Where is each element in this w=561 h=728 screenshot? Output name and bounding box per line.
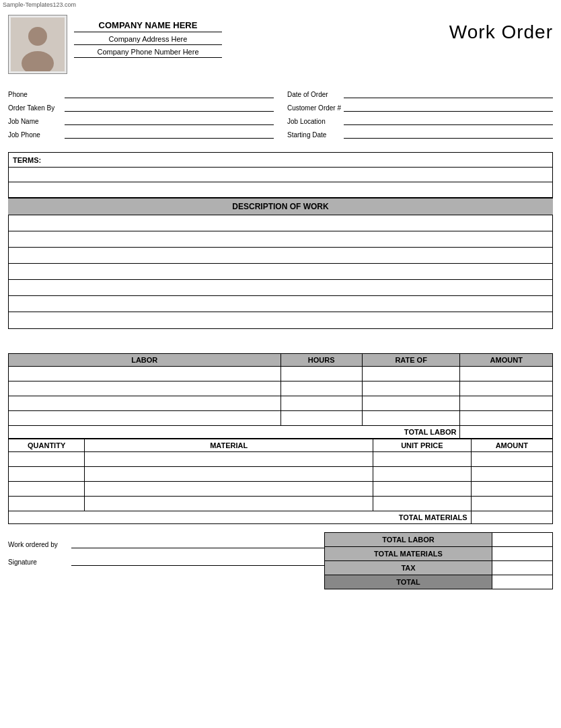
order-taken-input[interactable] <box>65 102 274 112</box>
desc-row-7[interactable] <box>9 312 552 328</box>
materials-table: QUANTITY MATERIAL UNIT PRICE AMOUNT TOTA… <box>8 439 553 524</box>
sum-total-value[interactable] <box>492 575 553 589</box>
summary-row-total: TOTAL <box>325 575 553 589</box>
labor-header-row: LABOR HOURS RATE OF AMOUNT <box>9 354 553 367</box>
sum-tax-value[interactable] <box>492 561 553 575</box>
job-location-input[interactable] <box>344 116 553 125</box>
mat-col-qty: QUANTITY <box>9 439 85 452</box>
customer-order-label: Customer Order # <box>287 104 341 112</box>
labor-col-rate: RATE OF <box>362 354 460 367</box>
labor-col-labor: LABOR <box>9 354 281 367</box>
form-section: Phone Order Taken By Job Name Job Phone … <box>0 77 561 148</box>
date-label: Date of Order <box>287 91 341 98</box>
header-section: COMPANY NAME HERE Company Address Here C… <box>0 9 561 77</box>
form-row-job-location: Job Location <box>287 116 553 125</box>
phone-label: Phone <box>8 91 62 98</box>
job-phone-input[interactable] <box>65 129 274 139</box>
terms-row-2[interactable] <box>9 182 552 197</box>
company-info: COMPANY NAME HERE Company Address Here C… <box>74 15 222 61</box>
signature-input[interactable] <box>71 556 324 566</box>
tables-section: LABOR HOURS RATE OF AMOUNT TOTAL LABOR <box>8 353 553 524</box>
page-title: Work Order <box>449 15 553 43</box>
desc-row-3[interactable] <box>9 248 552 264</box>
form-row-customer-order: Customer Order # <box>287 102 553 112</box>
summary-table: TOTAL LABOR TOTAL MATERIALS TAX TOTAL <box>324 532 553 589</box>
job-name-label: Job Name <box>8 118 62 125</box>
sum-total-label: TOTAL <box>325 575 492 589</box>
mat-data-row-3[interactable] <box>9 482 553 497</box>
form-right: Date of Order Customer Order # Job Locat… <box>287 89 553 143</box>
signature-label: Signature <box>8 558 69 566</box>
labor-col-hours: HOURS <box>280 354 362 367</box>
description-rows <box>8 215 553 329</box>
work-ordered-by-row: Work ordered by <box>8 539 324 548</box>
company-phone: Company Phone Number Here <box>74 48 222 58</box>
date-input[interactable] <box>344 89 553 98</box>
desc-row-6[interactable] <box>9 296 552 312</box>
company-name: COMPANY NAME HERE <box>74 20 222 32</box>
watermark: Sample-Templates123.com <box>0 0 561 9</box>
form-row-job-phone: Job Phone <box>8 129 274 139</box>
sum-total-materials-label: TOTAL MATERIALS <box>325 547 492 561</box>
form-row-order-taken: Order Taken By <box>8 102 274 112</box>
summary-row-total-materials: TOTAL MATERIALS <box>325 547 553 561</box>
summary-row-tax: TAX <box>325 561 553 575</box>
labor-table: LABOR HOURS RATE OF AMOUNT TOTAL LABOR <box>8 353 553 439</box>
materials-header-row: QUANTITY MATERIAL UNIT PRICE AMOUNT <box>9 439 553 452</box>
work-ordered-by-input[interactable] <box>71 539 324 548</box>
form-row-date: Date of Order <box>287 89 553 98</box>
phone-input[interactable] <box>65 89 274 98</box>
sum-total-materials-value[interactable] <box>492 547 553 561</box>
job-name-input[interactable] <box>65 116 274 125</box>
mat-col-material: MATERIAL <box>85 439 373 452</box>
materials-total-row: TOTAL MATERIALS <box>9 511 553 524</box>
order-taken-label: Order Taken By <box>8 104 62 112</box>
desc-row-1[interactable] <box>9 215 552 231</box>
form-row-phone: Phone <box>8 89 274 98</box>
desc-row-5[interactable] <box>9 280 552 296</box>
signature-row: Signature <box>8 556 324 566</box>
terms-row-label: TERMS: <box>9 153 552 168</box>
mat-data-row-1[interactable] <box>9 452 553 467</box>
labor-col-amount: AMOUNT <box>460 354 553 367</box>
job-location-label: Job Location <box>287 118 341 125</box>
avatar <box>8 15 67 74</box>
mat-col-amount: AMOUNT <box>471 439 552 452</box>
summary-section: Work ordered by Signature TOTAL LABOR TO… <box>8 532 553 589</box>
mat-col-unit: UNIT PRICE <box>373 439 472 452</box>
labor-data-row-4[interactable] <box>9 411 553 426</box>
work-ordered-by-label: Work ordered by <box>8 541 69 548</box>
form-row-job-name: Job Name <box>8 116 274 125</box>
starting-date-input[interactable] <box>344 129 553 139</box>
job-phone-label: Job Phone <box>8 131 62 139</box>
header-left: COMPANY NAME HERE Company Address Here C… <box>8 15 222 74</box>
terms-section: TERMS: <box>8 152 553 198</box>
svg-point-1 <box>28 27 47 46</box>
mat-data-row-2[interactable] <box>9 467 553 482</box>
terms-label: TERMS: <box>13 156 41 164</box>
mat-data-row-4[interactable] <box>9 497 553 511</box>
starting-date-label: Starting Date <box>287 131 341 139</box>
desc-row-4[interactable] <box>9 264 552 280</box>
company-address: Company Address Here <box>74 35 222 45</box>
description-header: DESCRIPTION OF WORK <box>8 198 553 215</box>
sum-tax-label: TAX <box>325 561 492 575</box>
sum-total-labor-value[interactable] <box>492 533 553 547</box>
desc-row-2[interactable] <box>9 231 552 248</box>
summary-left: Work ordered by Signature <box>8 532 324 574</box>
customer-order-input[interactable] <box>344 102 553 112</box>
labor-total-row: TOTAL LABOR <box>9 426 553 439</box>
labor-data-row-2[interactable] <box>9 381 553 396</box>
description-section: DESCRIPTION OF WORK <box>8 198 553 329</box>
form-left: Phone Order Taken By Job Name Job Phone <box>8 89 274 143</box>
labor-data-row-1[interactable] <box>9 367 553 381</box>
sum-total-labor-label: TOTAL LABOR <box>325 533 492 547</box>
labor-data-row-3[interactable] <box>9 396 553 411</box>
summary-right: TOTAL LABOR TOTAL MATERIALS TAX TOTAL <box>324 532 553 589</box>
terms-row-1[interactable] <box>9 168 552 182</box>
summary-row-total-labor: TOTAL LABOR <box>325 533 553 547</box>
form-row-starting-date: Starting Date <box>287 129 553 139</box>
